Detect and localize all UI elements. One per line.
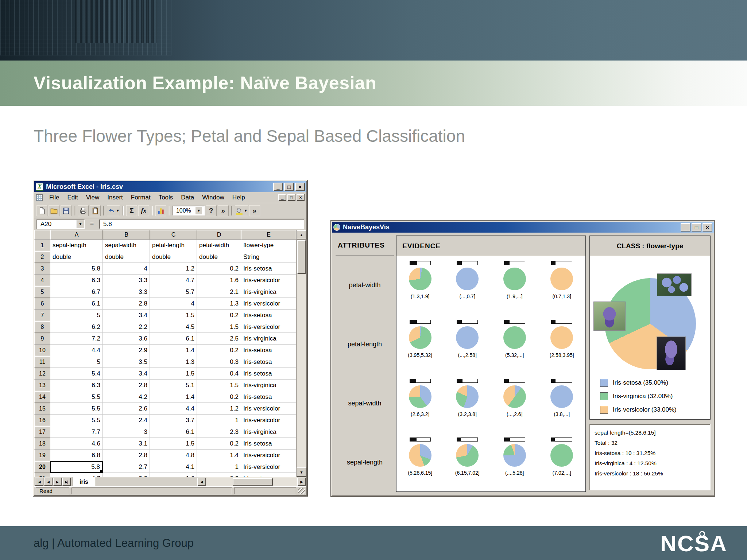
cell-B8[interactable]: 2.2 (103, 321, 150, 333)
cell-B13[interactable]: 2.8 (103, 380, 150, 391)
insert-function-button[interactable]: fx (138, 205, 149, 216)
cell-C5[interactable]: 5.7 (150, 286, 197, 298)
cell-C21[interactable]: 1.6 (150, 473, 197, 477)
workbook-restore-button[interactable]: □ (287, 194, 295, 201)
cell-D17[interactable]: 2.3 (197, 426, 241, 438)
cell-C2[interactable]: double (150, 251, 197, 263)
cell-B10[interactable]: 2.9 (103, 345, 150, 356)
cell-C10[interactable]: 1.4 (150, 345, 197, 356)
cell-E4[interactable]: Iris-versicolor (241, 275, 296, 286)
cell-B1[interactable]: sepal-width (103, 240, 150, 251)
row-header-6[interactable]: 6 (34, 298, 50, 310)
row-header-8[interactable]: 8 (34, 321, 50, 333)
cell-E8[interactable]: Iris-versicolor (241, 321, 296, 333)
cell-B17[interactable]: 3 (103, 426, 150, 438)
menu-window[interactable]: Window (198, 193, 228, 202)
cell-E18[interactable]: Iris-setosa (241, 438, 296, 450)
paste-button[interactable] (90, 205, 101, 216)
cell-A7[interactable]: 5 (50, 310, 103, 321)
cell-B12[interactable]: 3.4 (103, 368, 150, 380)
cell-E3[interactable]: Iris-setosa (241, 263, 296, 275)
cell-A16[interactable]: 5.5 (50, 415, 103, 426)
scroll-left-icon[interactable]: ◀ (197, 478, 206, 486)
cell-D3[interactable]: 0.2 (197, 263, 241, 275)
column-header-E[interactable]: E (241, 230, 296, 240)
cell-A4[interactable]: 6.3 (50, 275, 103, 286)
help-button[interactable]: ? (206, 205, 217, 216)
cell-B15[interactable]: 2.6 (103, 403, 150, 415)
row-header-21[interactable]: 21 (34, 473, 50, 477)
cell-E14[interactable]: Iris-setosa (241, 391, 296, 403)
cell-C7[interactable]: 1.5 (150, 310, 197, 321)
menu-edit[interactable]: Edit (63, 193, 82, 202)
cell-A18[interactable]: 4.6 (50, 438, 103, 450)
cell-C18[interactable]: 1.5 (150, 438, 197, 450)
first-sheet-button[interactable]: |◀ (35, 478, 43, 486)
cell-A5[interactable]: 6.7 (50, 286, 103, 298)
more-buttons-chevron-2[interactable]: » (249, 205, 260, 216)
cell-A3[interactable]: 5.8 (50, 263, 103, 275)
cell-C9[interactable]: 6.1 (150, 333, 197, 345)
new-document-button[interactable] (36, 205, 47, 216)
print-button[interactable] (78, 205, 89, 216)
cell-C16[interactable]: 3.7 (150, 415, 197, 426)
resize-grip[interactable] (298, 488, 305, 494)
cell-B6[interactable]: 2.8 (103, 298, 150, 310)
cell-D15[interactable]: 1.2 (197, 403, 241, 415)
cell-B5[interactable]: 3.3 (103, 286, 150, 298)
cell-C3[interactable]: 1.2 (150, 263, 197, 275)
cell-A2[interactable]: double (50, 251, 103, 263)
cell-E19[interactable]: Iris-versicolor (241, 450, 296, 461)
row-header-2[interactable]: 2 (34, 251, 50, 263)
cell-C20[interactable]: 4.1 (150, 461, 197, 473)
namebox-dropdown-icon[interactable]: ▼ (77, 220, 84, 228)
vertical-scroll-thumb[interactable] (297, 240, 306, 274)
row-header-4[interactable]: 4 (34, 275, 50, 286)
cell-B4[interactable]: 3.3 (103, 275, 150, 286)
cell-D12[interactable]: 0.4 (197, 368, 241, 380)
cell-E16[interactable]: Iris-versicolor (241, 415, 296, 426)
autosum-button[interactable]: Σ (126, 205, 137, 216)
select-all-corner[interactable] (34, 230, 50, 240)
cell-C1[interactable]: petal-length (150, 240, 197, 251)
cell-A15[interactable]: 5.5 (50, 403, 103, 415)
cell-D4[interactable]: 1.6 (197, 275, 241, 286)
cell-D16[interactable]: 1 (197, 415, 241, 426)
open-file-button[interactable] (49, 205, 59, 216)
vertical-scroll-track[interactable] (297, 240, 306, 467)
row-header-15[interactable]: 15 (34, 403, 50, 415)
workbook-minimize-button[interactable]: _ (278, 194, 286, 201)
previous-sheet-button[interactable]: ◀ (44, 478, 53, 486)
cell-B18[interactable]: 3.1 (103, 438, 150, 450)
row-header-14[interactable]: 14 (34, 391, 50, 403)
cell-B16[interactable]: 2.4 (103, 415, 150, 426)
cell-E12[interactable]: Iris-setosa (241, 368, 296, 380)
cell-A17[interactable]: 7.7 (50, 426, 103, 438)
cell-A10[interactable]: 4.4 (50, 345, 103, 356)
cell-B9[interactable]: 3.6 (103, 333, 150, 345)
cell-E20[interactable]: Iris-versicolor (241, 461, 296, 473)
row-header-17[interactable]: 17 (34, 426, 50, 438)
undo-button[interactable]: ▼ (107, 205, 120, 216)
cell-D10[interactable]: 0.2 (197, 345, 241, 356)
cell-A19[interactable]: 6.8 (50, 450, 103, 461)
cell-E9[interactable]: Iris-virginica (241, 333, 296, 345)
cell-B20[interactable]: 2.7 (103, 461, 150, 473)
workbook-close-button[interactable]: × (297, 194, 305, 201)
column-header-B[interactable]: B (103, 230, 150, 240)
chart-wizard-button[interactable] (155, 205, 166, 216)
cell-D6[interactable]: 1.3 (197, 298, 241, 310)
cell-E1[interactable]: flower-type (241, 240, 296, 251)
cell-D11[interactable]: 0.3 (197, 356, 241, 368)
row-header-10[interactable]: 10 (34, 345, 50, 356)
row-header-12[interactable]: 12 (34, 368, 50, 380)
excel-titlebar[interactable]: X Microsoft Excel - iris.csv _ □ × (34, 181, 306, 192)
close-button[interactable]: × (295, 183, 305, 191)
cell-C6[interactable]: 4 (150, 298, 197, 310)
scroll-up-icon[interactable]: ▲ (297, 230, 306, 240)
zoom-select[interactable]: 100% ▼ (173, 206, 205, 215)
row-header-1[interactable]: 1 (34, 240, 50, 251)
cell-D8[interactable]: 1.5 (197, 321, 241, 333)
row-header-3[interactable]: 3 (34, 263, 50, 275)
cell-C19[interactable]: 4.8 (150, 450, 197, 461)
